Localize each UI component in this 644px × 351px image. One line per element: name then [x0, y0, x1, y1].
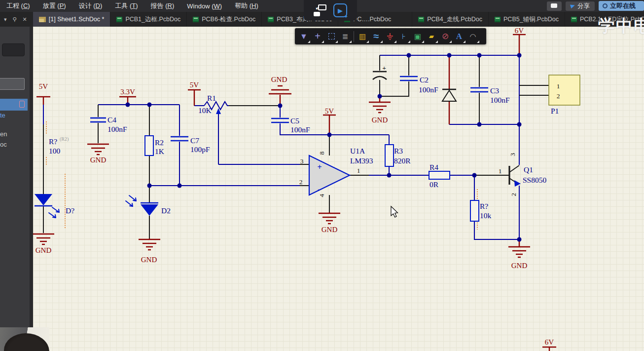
tree-item-label[interactable]: te — [0, 112, 5, 119]
tab-close-icon[interactable]: ✕ — [23, 16, 27, 23]
opamp-u1a[interactable] — [309, 156, 350, 195]
filter-icon[interactable]: ▼ — [297, 29, 311, 43]
value[interactable]: LM393 — [350, 156, 373, 165]
presenter-head — [4, 333, 49, 351]
pin-number: 2 — [510, 193, 517, 196]
schematic-doc-icon — [39, 17, 46, 22]
selected-document-row[interactable] — [0, 99, 28, 111]
transistor-emitter-arrow — [514, 180, 521, 187]
menu-design[interactable]: 设计D — [72, 0, 109, 12]
value[interactable]: 100 — [49, 147, 61, 155]
align-icon[interactable]: ≣ — [338, 29, 352, 43]
value[interactable]: 100nF — [290, 125, 310, 134]
altium-designer-window: 5V 3.3V 5V GND GND GND GND GND 5V GND 6V… — [0, 0, 644, 351]
value[interactable]: 820R — [394, 156, 411, 165]
online-icon — [603, 3, 608, 8]
value[interactable]: 1K — [155, 147, 165, 156]
tab-sheet1-schdoc[interactable]: [1] Sheet1.SchDoc * — [33, 12, 111, 27]
led-d[interactable] — [35, 194, 59, 218]
value[interactable]: 100nF — [490, 96, 510, 104]
panel-button[interactable] — [0, 78, 25, 90]
share-button[interactable]: 分享 — [566, 1, 595, 11]
tab-pcb6[interactable]: PCB6-检查.PcbDoc — [187, 12, 262, 27]
power-label: 5V — [190, 81, 199, 89]
gnd-label: GND — [511, 262, 528, 270]
pcb-doc-icon — [116, 17, 122, 22]
value[interactable]: 100nF — [419, 85, 438, 94]
designator[interactable]: D? — [66, 206, 74, 215]
comment-icon — [551, 3, 557, 8]
tab-dropdown-icon[interactable]: ▾ — [4, 16, 7, 23]
panel-search-box[interactable] — [2, 43, 25, 56]
menu-tools[interactable]: 工具T — [108, 0, 144, 12]
schematic-labels: 5V 3.3V 5V GND GND GND GND GND 5V GND 6V… — [36, 27, 560, 346]
opamp-minus-input: - — [318, 185, 320, 194]
place-wire-icon[interactable]: ≈ — [369, 29, 383, 43]
designator[interactable]: C4 — [107, 116, 116, 124]
tab-pcb5[interactable]: PCB5_辅铜.PcbDoc — [489, 12, 565, 27]
designator[interactable]: R3 — [394, 147, 403, 155]
schematic-drawing: 5V 3.3V 5V GND GND GND GND GND 5V GND 6V… — [0, 0, 644, 351]
comment-button[interactable] — [547, 1, 562, 11]
designator[interactable]: U1A — [350, 147, 365, 155]
selection-box-icon[interactable] — [324, 29, 338, 43]
value[interactable]: 100pF — [190, 145, 210, 154]
designator[interactable]: D2 — [161, 206, 171, 215]
menu-window[interactable]: WindowW — [180, 1, 228, 11]
place-part-icon[interactable]: ▥ — [356, 29, 369, 43]
power-label: 5V — [39, 82, 48, 90]
diode[interactable] — [442, 89, 456, 101]
schematic-floating-toolbar: ▼ + ≣ ▥ ≈ ⊦ ▣ ▰ ⊘ A ◠ — [295, 28, 486, 44]
online-support-button[interactable]: 立即在线 — [599, 1, 644, 11]
cross-cursor-icon[interactable]: + — [311, 29, 324, 43]
place-arc-icon[interactable]: ◠ — [466, 29, 480, 43]
webcam-overlay — [0, 327, 49, 351]
designator[interactable]: R? — [480, 202, 488, 210]
tab-pcb1[interactable]: PCB1_边框.PcbDoc — [110, 12, 187, 27]
gnd-label: GND — [141, 256, 157, 264]
electrolytic-capacitor[interactable] — [373, 72, 387, 79]
tree-item-label[interactable]: oc — [0, 141, 7, 148]
designator[interactable]: R1 — [207, 94, 216, 102]
tab-pcb4[interactable]: PCB4_走线.PcbDoc — [412, 12, 489, 27]
place-designator-icon[interactable]: ▰ — [425, 29, 438, 43]
place-ground-icon[interactable] — [383, 29, 397, 43]
designator[interactable]: P1 — [551, 107, 559, 115]
tab-pin-icon[interactable]: ⚲ — [13, 16, 17, 23]
value[interactable]: 100nF — [107, 125, 127, 133]
designator[interactable]: C5 — [290, 117, 299, 125]
gnd-label: GND — [372, 116, 388, 124]
pin-number: 2 — [557, 92, 560, 100]
designator[interactable]: R2 — [155, 138, 164, 147]
menu-project[interactable]: 工程C — [0, 0, 36, 12]
shrink-screen-icon[interactable]: ↙ — [314, 4, 326, 16]
value[interactable]: 0R — [429, 180, 439, 189]
gnd-label: GND — [322, 226, 338, 234]
tree-item-label[interactable]: en — [0, 130, 7, 138]
designator[interactable]: C3 — [490, 86, 499, 95]
value[interactable]: 10K — [198, 106, 212, 115]
record-play-icon[interactable]: ▶ — [333, 3, 347, 17]
menu-reports[interactable]: 报告R — [144, 0, 181, 12]
menu-help[interactable]: 帮助H — [228, 0, 265, 12]
value[interactable]: 10k — [480, 211, 492, 220]
pcb-doc-icon — [418, 17, 424, 22]
place-power-port-icon[interactable]: ⊦ — [397, 29, 411, 43]
designator[interactable]: C2 — [420, 76, 429, 84]
designator[interactable]: R? — [49, 137, 57, 146]
place-text-icon[interactable]: A — [452, 29, 466, 43]
designator[interactable]: Q1 — [524, 165, 533, 174]
designator[interactable]: C7 — [190, 136, 199, 145]
pin-number: 8 — [318, 151, 325, 155]
no-erc-icon[interactable]: ⊘ — [438, 29, 452, 43]
menu-place[interactable]: 放置P — [36, 0, 72, 12]
photodiode-d2[interactable] — [126, 195, 158, 216]
share-label: 分享 — [577, 2, 590, 10]
pin-number: 1 — [499, 167, 502, 175]
connector-p1[interactable] — [549, 75, 580, 105]
panel-divider[interactable] — [30, 27, 33, 351]
place-component-icon[interactable]: ▣ — [411, 29, 425, 43]
designator[interactable]: R4 — [429, 163, 438, 171]
share-icon — [570, 3, 575, 8]
value[interactable]: SS8050 — [523, 176, 546, 184]
